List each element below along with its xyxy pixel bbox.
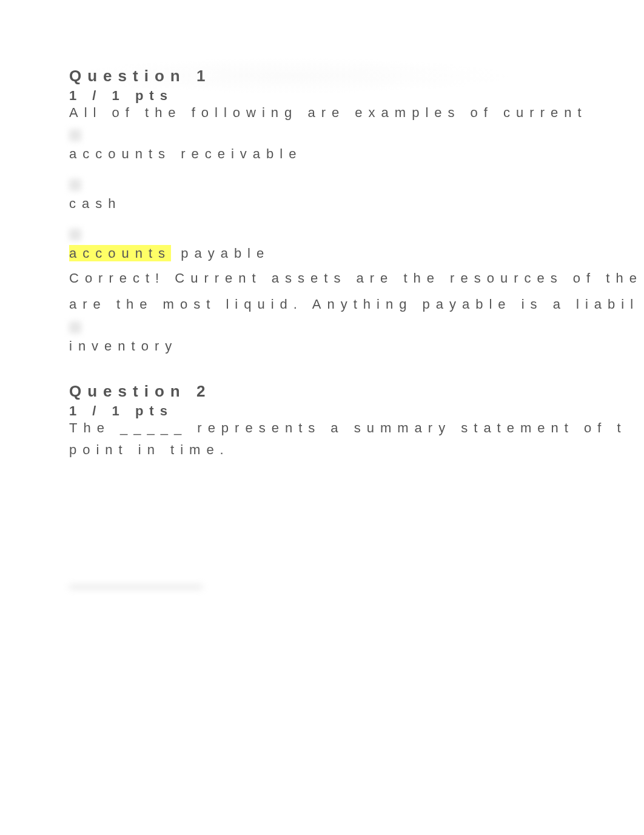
option-marker-blurred	[69, 179, 81, 191]
option-d-text: inventory	[69, 338, 644, 354]
option-a-text: accounts receivable	[69, 146, 644, 162]
option-marker-blurred	[69, 129, 81, 141]
feedback-line-1: Correct! Current assets are the resource…	[69, 270, 644, 287]
question-2-points: 1 / 1 pts	[69, 403, 644, 419]
question-1-title: Question 1	[69, 67, 644, 86]
option-c-text: accounts payable	[69, 246, 644, 261]
blurred-content-line	[69, 585, 203, 589]
question-2-title: Question 2	[69, 382, 644, 401]
feedback-line-2: are the most liquid. Anything payable is…	[69, 296, 644, 314]
option-marker-blurred	[69, 229, 81, 241]
question-2: Question 2 1 / 1 pts The _____ represent…	[69, 382, 644, 458]
option-marker-blurred	[69, 321, 81, 334]
highlighted-word: accounts	[69, 245, 171, 261]
question-1-points: 1 / 1 pts	[69, 88, 644, 104]
question-2-stem-line-1: The _____ represents a summary statement…	[69, 420, 644, 436]
question-1-stem: All of the following are examples of cur…	[69, 105, 644, 121]
question-2-stem-line-2: point in time.	[69, 442, 644, 458]
question-1: Question 1 1 / 1 pts All of the followin…	[69, 67, 644, 354]
option-c-rest: payable	[171, 246, 270, 261]
option-b-text: cash	[69, 196, 644, 212]
